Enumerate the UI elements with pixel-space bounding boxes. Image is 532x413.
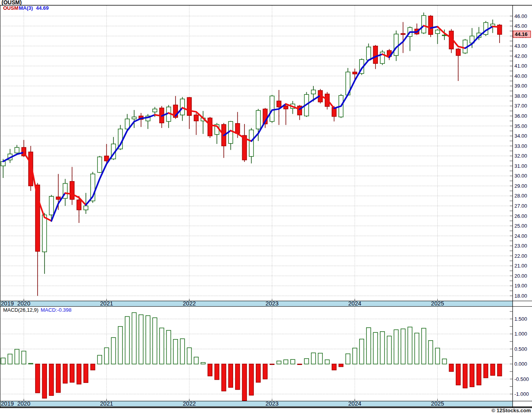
candle-body bbox=[311, 90, 316, 94]
macd-bar bbox=[104, 348, 109, 364]
candle-body bbox=[256, 110, 261, 129]
price-tick-label: 26.00 bbox=[514, 213, 527, 219]
candle-body bbox=[187, 97, 191, 115]
candlestick-series bbox=[1, 13, 502, 296]
price-tick-label: 46.00 bbox=[514, 13, 527, 19]
macd-bar bbox=[284, 360, 288, 364]
macd-bar bbox=[325, 360, 329, 364]
macd-bar bbox=[160, 328, 164, 364]
macd-tick-label: 0.500 bbox=[514, 346, 527, 352]
candle-body bbox=[208, 118, 212, 136]
macd-bar bbox=[346, 354, 350, 364]
candle-body bbox=[104, 156, 109, 161]
candle-body bbox=[15, 147, 19, 153]
macd-bar bbox=[249, 364, 253, 395]
chart-page: 2019202020212022202320242025201920202021… bbox=[0, 0, 532, 413]
macd-bar bbox=[201, 363, 205, 364]
macd-bar bbox=[29, 363, 33, 364]
legend-ma-value: 44.69 bbox=[36, 5, 49, 11]
macd-tick-label: 1.500 bbox=[514, 316, 527, 322]
macd-bar bbox=[139, 315, 143, 364]
macd-bar bbox=[1, 358, 5, 364]
candle-body bbox=[235, 124, 240, 134]
candle-body bbox=[270, 96, 274, 121]
macd-bar bbox=[470, 364, 474, 387]
price-tick-label: 23.00 bbox=[514, 243, 527, 249]
price-tick-label: 42.00 bbox=[514, 53, 527, 59]
macd-bar bbox=[15, 349, 19, 364]
candle-body bbox=[428, 16, 433, 34]
price-tick-label: 37.00 bbox=[514, 103, 527, 109]
candle-body bbox=[56, 197, 61, 199]
last-price-label: 44.16 bbox=[515, 31, 528, 37]
macd-bar bbox=[63, 364, 67, 383]
macd-bar bbox=[8, 354, 12, 364]
macd-bar bbox=[311, 353, 316, 364]
macd-bar bbox=[498, 364, 502, 376]
macd-bar bbox=[435, 348, 440, 364]
legend-ma-label: MA(3) bbox=[19, 5, 33, 11]
copyright: © 12Stocks.com bbox=[491, 408, 531, 413]
candle-body bbox=[456, 49, 460, 56]
macd-bar bbox=[56, 364, 61, 393]
macd-bar bbox=[153, 318, 157, 364]
price-tick-label: 38.00 bbox=[514, 93, 527, 99]
macd-bar bbox=[401, 329, 405, 364]
macd-tick-label: 1.000 bbox=[514, 331, 527, 337]
price-tick-label: 21.00 bbox=[514, 263, 527, 269]
candle-body bbox=[77, 200, 81, 210]
macd-bar bbox=[263, 364, 267, 379]
candle-body bbox=[491, 24, 495, 26]
macd-bar bbox=[422, 328, 426, 364]
macd-current-value: MACD:-0.398 bbox=[41, 307, 72, 313]
candle-body bbox=[194, 115, 198, 121]
macd-bar bbox=[111, 338, 116, 364]
macd-bar bbox=[442, 359, 447, 364]
price-tick-label: 20.00 bbox=[514, 273, 527, 279]
macd-bar bbox=[187, 348, 191, 364]
macd-bar bbox=[339, 364, 343, 367]
macd-bar bbox=[428, 341, 433, 364]
macd-bar bbox=[387, 336, 392, 364]
macd-bar bbox=[408, 327, 412, 364]
candle-body bbox=[284, 106, 288, 109]
macd-bar bbox=[208, 364, 212, 376]
candle-body bbox=[42, 215, 47, 252]
macd-bar bbox=[491, 364, 495, 375]
macd-tick-label: 0.000 bbox=[514, 361, 527, 367]
price-tick-label: 34.00 bbox=[514, 133, 527, 139]
macd-bar bbox=[415, 333, 419, 364]
candle-body bbox=[277, 101, 281, 107]
macd-bar bbox=[22, 351, 26, 364]
price-tick-label: 19.00 bbox=[514, 283, 527, 289]
macd-bar bbox=[42, 364, 47, 399]
price-tick-label: 29.00 bbox=[514, 183, 527, 189]
candle-body bbox=[401, 34, 405, 35]
macd-bar bbox=[380, 332, 385, 364]
macd-params-label: MACD(26,12,9) bbox=[3, 307, 38, 313]
price-tick-label: 31.00 bbox=[514, 163, 527, 169]
price-tick-label: 35.00 bbox=[514, 123, 527, 129]
candle-body bbox=[422, 16, 426, 33]
legend-symbol: OUSM bbox=[3, 5, 18, 11]
macd-bar bbox=[359, 339, 364, 364]
macd-bar bbox=[215, 364, 219, 380]
candle-body bbox=[132, 117, 136, 119]
ma-segment-up bbox=[3, 153, 24, 162]
macd-bar bbox=[394, 330, 398, 364]
candle-body bbox=[97, 157, 102, 172]
candle-body bbox=[367, 47, 371, 60]
macd-bar bbox=[173, 339, 178, 364]
macd-bar bbox=[228, 364, 233, 388]
last-price-marker: 44.16 bbox=[513, 31, 531, 38]
macd-bar bbox=[483, 364, 488, 378]
candle-body bbox=[84, 206, 88, 210]
macd-bar bbox=[477, 364, 481, 385]
candle-body bbox=[180, 99, 185, 115]
candle-body bbox=[352, 72, 357, 74]
macd-bar bbox=[449, 364, 453, 372]
macd-bar bbox=[132, 312, 136, 364]
macd-bar bbox=[91, 364, 95, 370]
macd-tick-label: -1.000 bbox=[514, 391, 529, 397]
stock-chart: 2019202020212022202320242025201920202021… bbox=[0, 0, 532, 413]
